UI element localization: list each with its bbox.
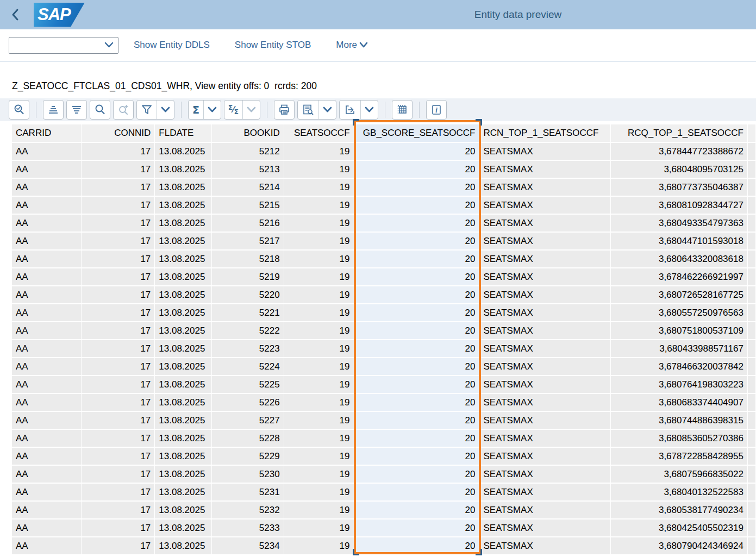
cell-cut[interactable]: [747, 160, 755, 178]
cell-rcq_top_1_seatsoccf[interactable]: 3,680557250976563: [611, 304, 748, 322]
cell-connid[interactable]: 17: [81, 537, 154, 555]
cell-rcn_top_1_seatsoccf[interactable]: SEATSMAX: [479, 304, 611, 322]
cell-rcn_top_1_seatsoccf[interactable]: SEATSMAX: [479, 322, 611, 340]
cell-connid[interactable]: 17: [81, 519, 154, 537]
cell-gb_score_seatsoccf[interactable]: 20: [354, 214, 479, 232]
views-menu-button[interactable]: [297, 100, 336, 120]
cell-connid[interactable]: 17: [81, 465, 154, 483]
cell-seatsoccf[interactable]: 19: [284, 375, 354, 393]
cell-bookid[interactable]: 5218: [212, 250, 284, 268]
find-button[interactable]: [90, 100, 110, 120]
cell-carrid[interactable]: AA: [12, 160, 81, 178]
cell-rcq_top_1_seatsoccf[interactable]: 3,680425405502319: [611, 519, 748, 537]
cell-fldate[interactable]: 13.08.2025: [155, 411, 212, 429]
column-header-rcq_top_1_seatsoccf[interactable]: RCQ_TOP_1_SEATSOCCF: [611, 124, 748, 142]
cell-connid[interactable]: 17: [81, 268, 154, 286]
cell-carrid[interactable]: AA: [12, 519, 81, 537]
cell-seatsoccf[interactable]: 19: [284, 447, 354, 465]
cell-fldate[interactable]: 13.08.2025: [155, 519, 212, 537]
cell-rcn_top_1_seatsoccf[interactable]: SEATSMAX: [479, 250, 611, 268]
cell-fldate[interactable]: 13.08.2025: [155, 429, 212, 447]
cell-cut[interactable]: [747, 232, 755, 250]
show-entity-ddls-button[interactable]: Show Entity DDLS: [133, 37, 211, 53]
cell-fldate[interactable]: 13.08.2025: [155, 268, 212, 286]
cell-seatsoccf[interactable]: 19: [284, 268, 354, 286]
cell-fldate[interactable]: 13.08.2025: [155, 483, 212, 501]
cell-rcq_top_1_seatsoccf[interactable]: 3,68075966835022: [611, 465, 748, 483]
cell-seatsoccf[interactable]: 19: [284, 501, 354, 519]
cell-cut[interactable]: [747, 322, 755, 340]
cell-rcq_top_1_seatsoccf[interactable]: 3,678462266921997: [611, 268, 748, 286]
cell-bookid[interactable]: 5212: [212, 142, 284, 160]
cell-cut[interactable]: [747, 483, 755, 501]
sort-descending-button[interactable]: [66, 100, 87, 120]
cell-rcn_top_1_seatsoccf[interactable]: SEATSMAX: [479, 375, 611, 393]
find-next-button[interactable]: [113, 100, 134, 120]
cell-connid[interactable]: 17: [81, 304, 154, 322]
cell-connid[interactable]: 17: [81, 232, 154, 250]
cell-bookid[interactable]: 5215: [212, 196, 284, 214]
cell-carrid[interactable]: AA: [12, 358, 81, 375]
cell-bookid[interactable]: 5224: [212, 358, 284, 375]
cell-carrid[interactable]: AA: [12, 232, 81, 250]
cell-carrid[interactable]: AA: [12, 501, 81, 519]
cell-gb_score_seatsoccf[interactable]: 20: [354, 268, 479, 286]
cell-bookid[interactable]: 5219: [212, 268, 284, 286]
cell-gb_score_seatsoccf[interactable]: 20: [354, 465, 479, 483]
cell-cut[interactable]: [747, 375, 755, 393]
cell-carrid[interactable]: AA: [12, 286, 81, 304]
cell-cut[interactable]: [747, 214, 755, 232]
cell-gb_score_seatsoccf[interactable]: 20: [354, 196, 479, 214]
cell-connid[interactable]: 17: [81, 393, 154, 411]
cell-gb_score_seatsoccf[interactable]: 20: [354, 250, 479, 268]
cell-bookid[interactable]: 5214: [212, 178, 284, 196]
cell-rcq_top_1_seatsoccf[interactable]: 3,680447101593018: [611, 232, 748, 250]
fix-columns-button[interactable]: [392, 100, 413, 120]
cell-gb_score_seatsoccf[interactable]: 20: [354, 160, 479, 178]
cell-rcn_top_1_seatsoccf[interactable]: SEATSMAX: [479, 483, 611, 501]
cell-rcn_top_1_seatsoccf[interactable]: SEATSMAX: [479, 232, 611, 250]
cell-gb_score_seatsoccf[interactable]: 20: [354, 429, 479, 447]
cell-carrid[interactable]: AA: [12, 214, 81, 232]
cell-rcn_top_1_seatsoccf[interactable]: SEATSMAX: [479, 447, 611, 465]
cell-cut[interactable]: [747, 447, 755, 465]
cell-rcn_top_1_seatsoccf[interactable]: SEATSMAX: [479, 358, 611, 375]
sort-ascending-button[interactable]: [43, 100, 64, 120]
cell-fldate[interactable]: 13.08.2025: [155, 232, 212, 250]
cell-rcn_top_1_seatsoccf[interactable]: SEATSMAX: [479, 196, 611, 214]
cell-fldate[interactable]: 13.08.2025: [155, 358, 212, 375]
cell-connid[interactable]: 17: [81, 286, 154, 304]
cell-gb_score_seatsoccf[interactable]: 20: [354, 304, 479, 322]
cell-carrid[interactable]: AA: [12, 322, 81, 340]
cell-carrid[interactable]: AA: [12, 393, 81, 411]
cell-connid[interactable]: 17: [81, 214, 154, 232]
cell-connid[interactable]: 17: [81, 375, 154, 393]
cell-rcn_top_1_seatsoccf[interactable]: SEATSMAX: [479, 268, 611, 286]
cell-bookid[interactable]: 5233: [212, 519, 284, 537]
cell-rcq_top_1_seatsoccf[interactable]: 3,678466320037842: [611, 358, 748, 375]
cell-seatsoccf[interactable]: 19: [284, 340, 354, 358]
cell-connid[interactable]: 17: [81, 142, 154, 160]
cell-bookid[interactable]: 5223: [212, 340, 284, 358]
cell-gb_score_seatsoccf[interactable]: 20: [354, 501, 479, 519]
cell-connid[interactable]: 17: [81, 196, 154, 214]
cell-cut[interactable]: [747, 268, 755, 286]
cell-rcq_top_1_seatsoccf[interactable]: 3,680643320083618: [611, 250, 748, 268]
cell-fldate[interactable]: 13.08.2025: [155, 250, 212, 268]
cell-fldate[interactable]: 13.08.2025: [155, 160, 212, 178]
cell-cut[interactable]: [747, 501, 755, 519]
cell-carrid[interactable]: AA: [12, 196, 81, 214]
cell-seatsoccf[interactable]: 19: [284, 160, 354, 178]
column-header-connid[interactable]: CONNID: [81, 124, 154, 142]
cell-gb_score_seatsoccf[interactable]: 20: [354, 519, 479, 537]
cell-cut[interactable]: [747, 286, 755, 304]
cell-connid[interactable]: 17: [81, 250, 154, 268]
cell-rcn_top_1_seatsoccf[interactable]: SEATSMAX: [479, 411, 611, 429]
cell-cut[interactable]: [747, 411, 755, 429]
entity-select[interactable]: [9, 37, 118, 54]
cell-fldate[interactable]: 13.08.2025: [155, 214, 212, 232]
show-entity-stob-button[interactable]: Show Entity STOB: [234, 37, 312, 53]
cell-seatsoccf[interactable]: 19: [284, 483, 354, 501]
cell-carrid[interactable]: AA: [12, 429, 81, 447]
cell-cut[interactable]: [747, 196, 755, 214]
